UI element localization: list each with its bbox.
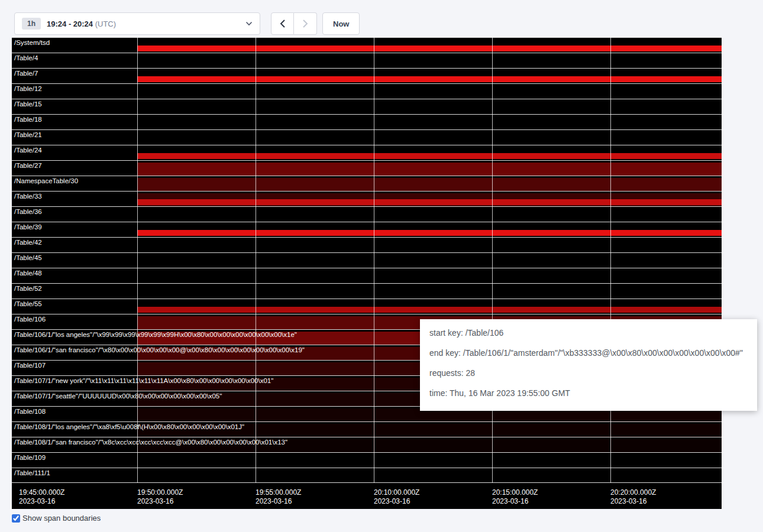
row-key-label: /Table/106/1/"san francisco"/"\x80\x00\x… bbox=[14, 346, 305, 354]
range-value: 19:24 - 20:24 bbox=[47, 20, 93, 28]
heatmap-row[interactable]: /Table/108/1/"los angeles"/"\xa8\xf5\u00… bbox=[12, 421, 722, 437]
heatmap-row[interactable]: /Table/48 bbox=[12, 268, 722, 283]
now-button[interactable]: Now bbox=[322, 12, 360, 35]
row-key-label: /Table/39 bbox=[14, 223, 42, 231]
tooltip-end-key: end key: /Table/106/1/"amsterdam"/"\xb33… bbox=[429, 347, 748, 359]
x-axis-tick: 19:55:00.000Z2023-03-16 bbox=[256, 488, 301, 506]
next-range-button[interactable] bbox=[294, 12, 317, 35]
row-key-label: /Table/109 bbox=[14, 454, 46, 462]
heat-band[interactable] bbox=[137, 153, 722, 159]
heat-band[interactable] bbox=[137, 163, 722, 176]
row-key-label: /Table/108/1/"san francisco"/"\x8c\xcc\x… bbox=[14, 439, 287, 446]
heat-band[interactable] bbox=[137, 76, 722, 82]
heat-band[interactable] bbox=[137, 230, 722, 236]
row-key-label: /Table/18 bbox=[14, 116, 42, 124]
row-key-label: /Table/107 bbox=[14, 362, 46, 369]
time-gridline bbox=[610, 37, 611, 483]
time-range-select[interactable]: 1h 19:24 - 20:24 (UTC) bbox=[14, 12, 260, 35]
range-text: 19:24 - 20:24 (UTC) bbox=[47, 20, 116, 28]
row-key-label: /Table/52 bbox=[14, 285, 42, 293]
x-axis-tick: 20:15:00.000Z2023-03-16 bbox=[492, 488, 538, 506]
heatmap-row[interactable]: /System/tsd bbox=[12, 37, 722, 53]
heatmap-row[interactable]: /Table/4 bbox=[12, 53, 722, 68]
row-key-label: /System/tsd bbox=[14, 39, 50, 47]
row-key-label: /Table/21 bbox=[14, 131, 42, 139]
row-key-label: /Table/48 bbox=[14, 270, 42, 277]
time-gridline bbox=[492, 37, 493, 483]
row-key-label: /Table/27 bbox=[14, 162, 42, 170]
row-key-label: /Table/108 bbox=[14, 408, 46, 416]
row-key-label: /Table/33 bbox=[14, 193, 42, 200]
heatmap-row[interactable]: /Table/33 bbox=[12, 191, 722, 206]
row-key-label: /Table/106/1/"los angeles"/"\x99\x99\x99… bbox=[14, 331, 297, 339]
chevron-left-icon bbox=[280, 19, 286, 28]
row-key-label: /Table/12 bbox=[14, 85, 42, 93]
row-key-label: /Table/55 bbox=[14, 300, 42, 308]
heatmap-row[interactable]: /Table/42 bbox=[12, 237, 722, 252]
heatmap-row[interactable]: /Table/109 bbox=[12, 452, 722, 468]
heatmap-row[interactable]: /Table/12 bbox=[12, 83, 722, 99]
heatmap-row[interactable]: /Table/18 bbox=[12, 114, 722, 129]
tooltip-start-key: start key: /Table/106 bbox=[429, 327, 748, 339]
chevron-down-icon bbox=[245, 21, 253, 26]
heatmap-row[interactable]: /Table/36 bbox=[12, 206, 722, 222]
row-key-label: /Table/4 bbox=[14, 54, 38, 62]
time-nav-group bbox=[271, 12, 317, 35]
heatmap-row[interactable]: /Table/55 bbox=[12, 299, 722, 314]
row-key-label: /Table/106 bbox=[14, 316, 46, 323]
row-key-label: /Table/42 bbox=[14, 239, 42, 246]
toolbar: 1h 19:24 - 20:24 (UTC) Now bbox=[0, 0, 763, 35]
heatmap-row[interactable]: /Table/52 bbox=[12, 283, 722, 299]
heatmap-row[interactable]: /Table/27 bbox=[12, 160, 722, 176]
heatmap-row[interactable]: /Table/39 bbox=[12, 222, 722, 237]
heatmap-row[interactable]: /Table/7 bbox=[12, 68, 722, 83]
show-span-boundaries-checkbox[interactable] bbox=[12, 514, 20, 523]
tooltip-time: time: Thu, 16 Mar 2023 19:55:00 GMT bbox=[429, 387, 748, 399]
time-gridline bbox=[137, 37, 138, 483]
row-key-label: /Table/36 bbox=[14, 208, 42, 216]
heatmap-row[interactable]: /Table/111/1 bbox=[12, 468, 722, 483]
x-axis-tick: 19:45:00.000Z2023-03-16 bbox=[19, 488, 64, 506]
key-visualizer-canvas[interactable]: /System/tsd/Table/4/Table/7/Table/12/Tab… bbox=[12, 37, 722, 509]
heatmap-row[interactable]: /Table/45 bbox=[12, 252, 722, 268]
x-axis-tick: 20:20:00.000Z2023-03-16 bbox=[610, 488, 656, 506]
heatmap-row[interactable]: /Table/108/1/"san francisco"/"\x8c\xcc\x… bbox=[12, 437, 722, 452]
row-key-label: /Table/107/1/"new york"/"\x11\x11\x11\x1… bbox=[14, 377, 273, 385]
time-gridline bbox=[256, 37, 256, 483]
x-axis-tick: 20:10:00.000Z2023-03-16 bbox=[374, 488, 419, 506]
chevron-right-icon bbox=[302, 19, 308, 28]
tooltip-requests: requests: 28 bbox=[429, 367, 748, 379]
x-axis: 19:45:00.000Z2023-03-1619:50:00.000Z2023… bbox=[12, 483, 722, 509]
row-key-label: /Table/107/1/"seattle"/"UUUUUUD\x00\x80\… bbox=[14, 392, 222, 400]
heatmap-rows: /System/tsd/Table/4/Table/7/Table/12/Tab… bbox=[12, 37, 722, 483]
show-span-boundaries-label: Show span boundaries bbox=[22, 514, 101, 523]
row-key-label: /Table/7 bbox=[14, 70, 38, 77]
heatmap-row[interactable]: /NamespaceTable/30 bbox=[12, 176, 722, 191]
heat-band[interactable] bbox=[137, 307, 722, 313]
heatmap-row[interactable]: /Table/21 bbox=[12, 129, 722, 145]
x-axis-tick: 19:50:00.000Z2023-03-16 bbox=[137, 488, 183, 506]
row-key-label: /Table/15 bbox=[14, 100, 42, 108]
heat-band[interactable] bbox=[137, 46, 722, 51]
row-key-label: /NamespaceTable/30 bbox=[14, 177, 78, 185]
range-duration-badge: 1h bbox=[22, 18, 41, 30]
span-tooltip: start key: /Table/106 end key: /Table/10… bbox=[420, 319, 757, 411]
row-key-label: /Table/108/1/"los angeles"/"\xa8\xf5\u00… bbox=[14, 423, 244, 431]
heatmap-row[interactable]: /Table/15 bbox=[12, 99, 722, 114]
heat-band-overlay[interactable] bbox=[137, 199, 722, 205]
footer: Show span boundaries bbox=[12, 514, 763, 523]
row-key-label: /Table/45 bbox=[14, 254, 42, 262]
row-key-label: /Table/111/1 bbox=[14, 469, 50, 477]
time-gridline bbox=[374, 37, 374, 483]
heatmap-row[interactable]: /Table/24 bbox=[12, 145, 722, 160]
heat-band[interactable] bbox=[137, 178, 722, 191]
prev-range-button[interactable] bbox=[271, 12, 294, 35]
range-timezone: (UTC) bbox=[95, 20, 116, 28]
row-key-label: /Table/24 bbox=[14, 147, 42, 154]
